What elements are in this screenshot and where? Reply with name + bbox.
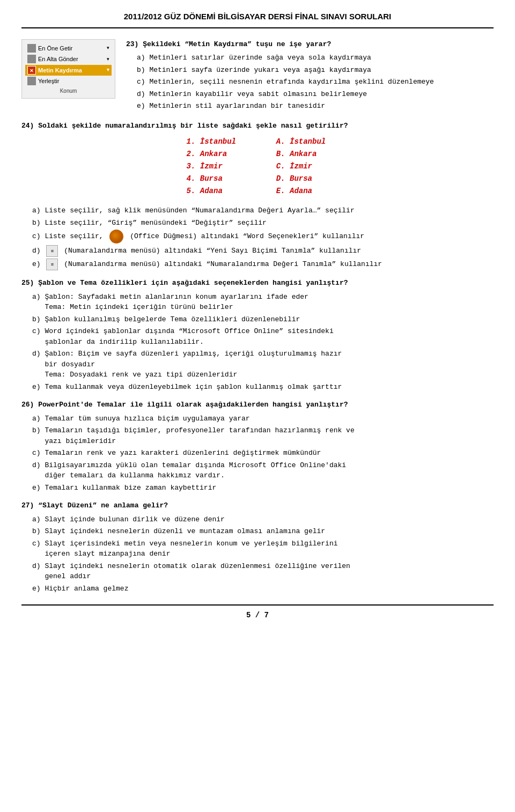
q23-text-block: 23) Şekildeki “Metin Kaydırma” tuşu ne i… — [126, 39, 494, 113]
q25-option-e: e) Tema kullanmak veya düzenleyebilmek i… — [32, 382, 494, 393]
q27-option-e: e) Hiçbir anlama gelmez — [32, 584, 494, 594]
arrange-icon — [27, 44, 36, 53]
page-title: 2011/2012 GÜZ DÖNEMİ BİLGİSAYAR DERSİ Fİ… — [21, 11, 494, 28]
list-item: Bursa — [200, 173, 236, 184]
send-back-icon — [27, 55, 36, 63]
list-item: Adana — [200, 186, 236, 197]
q24-option-d: d) ≡ (Numaralandırma menüsü) altındaki “… — [32, 245, 494, 257]
text-wrap-icon: ✕ — [27, 66, 36, 75]
position-icon — [27, 77, 36, 85]
q27-question: 27) “Slayt Düzeni” ne anlama gelir? — [21, 500, 494, 511]
q27-option-b: b) Slayt içindeki nesnelerin düzenli ve … — [32, 526, 494, 537]
q26-option-a: a) Temalar tüm sunuya hızlıca biçim uygu… — [32, 414, 494, 424]
q24-number: 24) — [21, 122, 34, 130]
q26-text: PowerPoint'de Temalar ile ilgili olarak … — [38, 401, 348, 409]
q23-section: En Öne Getir ▾ En Alta Gönder ▾ ✕ Metin … — [21, 39, 494, 113]
q24-list-alpha: İstanbul Ankara İzmir Bursa Adana — [279, 136, 326, 198]
toolbar-label-2: En Alta Gönder — [38, 55, 78, 64]
q26-section: 26) PowerPoint'de Temalar ile ilgili ola… — [21, 400, 494, 493]
q26-option-c: c) Temaların renk ve yazı karakteri düze… — [32, 448, 494, 459]
page-number: 5 / 7 — [21, 604, 494, 621]
q24-text: Soldaki şekilde numaralandırılmış bir li… — [38, 122, 348, 130]
toolbar-label-1: En Öne Getir — [38, 44, 72, 53]
q26-option-b: b) Temaların taşıdığı biçimler, profesyo… — [32, 425, 494, 446]
q26-number: 26) — [21, 401, 34, 409]
q23-question: 23) Şekildeki “Metin Kaydırma” tuşu ne i… — [126, 39, 494, 50]
toolbar-label-3: Metin Kaydırma — [38, 66, 82, 75]
list-item: Adana — [290, 186, 326, 197]
q24-option-e: e) ≡ (Numaralandırma menüsü) altındaki “… — [32, 259, 494, 270]
toolbar-row-2: En Alta Gönder ▾ — [25, 54, 112, 65]
toolbar-image: En Öne Getir ▾ En Alta Gönder ▾ ✕ Metin … — [21, 39, 115, 99]
dropdown-arrow-2: ▾ — [107, 56, 109, 63]
list-item: Bursa — [290, 173, 326, 184]
q27-number: 27) — [21, 501, 34, 510]
q24-lists: İstanbul Ankara İzmir Bursa Adana İstanb… — [21, 136, 494, 198]
q23-option-d: d) Metinlerin kayabilir veya sabit olmas… — [137, 89, 494, 100]
toolbar-row-1: En Öne Getir ▾ — [25, 43, 112, 54]
dropdown-arrow-3: ▾ — [107, 67, 109, 74]
list-item: İstanbul — [200, 136, 236, 147]
list-item: Ankara — [200, 149, 236, 160]
q25-option-d: d) Şablon: Biçim ve sayfa düzenleri yapı… — [32, 349, 494, 380]
q23-option-c: c) Metinlerin, seçili nesnenin etrafında… — [137, 77, 494, 87]
q25-text: Şablon ve Tema özellikleri için aşağıdak… — [38, 279, 348, 287]
q26-question: 26) PowerPoint'de Temalar ile ilgili ola… — [21, 400, 494, 410]
toolbar-row-4: Yerleştir — [25, 76, 112, 87]
list-item: İzmir — [290, 161, 326, 172]
q25-section: 25) Şablon ve Tema özellikleri için aşağ… — [21, 278, 494, 392]
list-item: İzmir — [200, 161, 236, 172]
list-item: Ankara — [290, 149, 326, 160]
q25-option-b: b) Şablon kullanılmış belgelerde Tema öz… — [32, 314, 494, 325]
q24-option-a: a) Liste seçilir, sağ klik menüsünden “N… — [32, 205, 494, 216]
q26-option-e: e) Temaları kullanmak bize zaman kaybett… — [32, 483, 494, 493]
toolbar-row-3-highlighted[interactable]: ✕ Metin Kaydırma ▾ — [25, 65, 112, 76]
q23-option-b: b) Metinleri sayfa üzerinde yukarı veya … — [137, 65, 494, 76]
q27-text: “Slayt Düzeni” ne anlama gelir? — [38, 501, 168, 510]
q24-list-numbered: İstanbul Ankara İzmir Bursa Adana — [189, 136, 236, 198]
q27-option-c: c) Slayt içerisindeki metin veya nesnele… — [32, 538, 494, 559]
q24-option-b: b) Liste seçilir, “Giriş” menüsündeki “D… — [32, 218, 494, 228]
q23-option-a: a) Metinleri satırlar üzerinde sağa veya… — [137, 53, 494, 63]
q25-question: 25) Şablon ve Tema özellikleri için aşağ… — [21, 278, 494, 289]
office-button-icon — [109, 230, 123, 243]
q25-number: 25) — [21, 279, 34, 287]
q26-option-d: d) Bilgisayarımızda yüklü olan temalar d… — [32, 460, 494, 481]
q23-option-e: e) Metinlerin stil ayarlarından bir tane… — [137, 101, 494, 112]
q23-number: 23) — [126, 40, 138, 48]
dropdown-arrow-1: ▾ — [107, 45, 109, 52]
q24-section: 24) Soldaki şekilde numaralandırılmış bi… — [21, 121, 494, 271]
q24-option-c: c) Liste seçilir, (Office Düğmesi) altın… — [32, 230, 494, 243]
list-item: İstanbul — [290, 136, 326, 147]
q27-option-d: d) Slayt içindeki nesnelerin otomatik ol… — [32, 561, 494, 582]
q25-option-a: a) Şablon: Sayfadaki metin alanlarının k… — [32, 292, 494, 313]
q23-text: Şekildeki “Metin Kaydırma” tuşu ne işe y… — [143, 40, 331, 48]
numbering-menu-icon-e: ≡ — [46, 259, 58, 270]
q24-question: 24) Soldaki şekilde numaralandırılmış bi… — [21, 121, 494, 131]
q25-option-c: c) Word içindeki şablonlar dışında “Micr… — [32, 326, 494, 347]
numbering-menu-icon-d: ≡ — [46, 245, 58, 257]
q27-section: 27) “Slayt Düzeni” ne anlama gelir? a) S… — [21, 500, 494, 594]
toolbar-label-4: Yerleştir — [38, 77, 59, 86]
konum-label: Konum — [25, 87, 112, 95]
q27-option-a: a) Slayt içinde bulunan dirlik ve düzene… — [32, 514, 494, 525]
